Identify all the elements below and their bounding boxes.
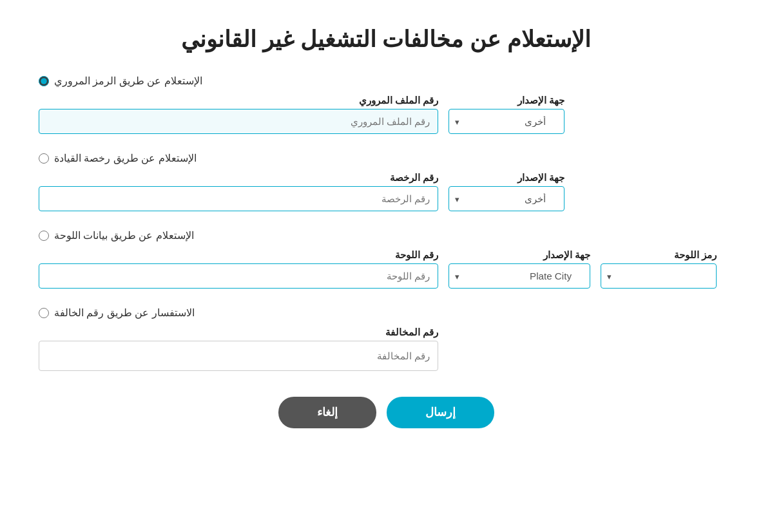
section2-issuer-label: جهة الإصدار xyxy=(449,172,565,184)
section2-issuer-group: جهة الإصدار أخرى ▾ xyxy=(449,172,565,211)
radio-driving-license[interactable] xyxy=(39,153,49,164)
section2-issuer-select[interactable]: أخرى xyxy=(449,186,565,211)
section1-file-label: رقم الملف المروري xyxy=(39,95,438,106)
section1-file-number-group: رقم الملف المروري xyxy=(39,95,438,134)
section3-issuer-group: جهة الإصدار Plate City ▾ xyxy=(449,249,590,289)
section3-plate-code-label: رمز اللوحة xyxy=(601,249,717,261)
action-buttons: إرسال إلغاء xyxy=(39,397,733,428)
section4-violation-label: رقم المخالفة xyxy=(39,327,438,338)
radio2-label: الإستعلام عن طريق رخصة القيادة xyxy=(54,152,197,164)
section4-violation-input[interactable] xyxy=(39,341,438,371)
section2-license-label: رقم الرخصة xyxy=(39,172,438,184)
section2-license-number-group: رقم الرخصة xyxy=(39,172,438,211)
section1-issuer-select[interactable]: أخرى xyxy=(449,109,565,134)
section-violation-number: الاستفسار عن طريق رقم الخالفة رقم المخال… xyxy=(39,307,733,371)
section1-issuer-group: جهة الإصدار أخرى ▾ xyxy=(449,95,565,134)
submit-button[interactable]: إرسال xyxy=(387,397,494,428)
section-traffic-code: الإستعلام عن طريق الرمز المروري جهة الإص… xyxy=(39,75,733,134)
section2-license-input[interactable] xyxy=(39,186,438,211)
section3-plate-code-select-wrapper: ▾ xyxy=(601,263,717,289)
radio1-label: الإستعلام عن طريق الرمز المروري xyxy=(54,75,202,87)
section3-plate-code-select[interactable] xyxy=(601,263,717,289)
section1-file-input[interactable] xyxy=(39,109,438,134)
section3-issuer-select[interactable]: Plate City xyxy=(449,263,590,289)
section3-plate-input[interactable] xyxy=(39,263,438,289)
section4-fields: رقم المخالفة xyxy=(39,327,733,371)
section3-issuer-label: جهة الإصدار xyxy=(449,249,590,261)
page-title: الإستعلام عن مخالفات التشغيل غير القانون… xyxy=(39,26,733,52)
section1-issuer-label: جهة الإصدار xyxy=(449,95,565,106)
section4-violation-group: رقم المخالفة xyxy=(39,327,438,371)
section1-issuer-select-wrapper: أخرى ▾ xyxy=(449,109,565,134)
radio-plate-data[interactable] xyxy=(39,231,49,241)
section-driving-license: الإستعلام عن طريق رخصة القيادة جهة الإصد… xyxy=(39,152,733,211)
radio4-label: الاستفسار عن طريق رقم الخالفة xyxy=(54,307,195,319)
section3-issuer-select-wrapper: Plate City ▾ xyxy=(449,263,590,289)
radio-violation-number[interactable] xyxy=(39,308,49,318)
section3-plate-code-group: رمز اللوحة ▾ xyxy=(601,249,717,289)
section2-issuer-select-wrapper: أخرى ▾ xyxy=(449,186,565,211)
section2-fields: جهة الإصدار أخرى ▾ رقم الرخصة xyxy=(39,172,733,211)
section1-fields: جهة الإصدار أخرى ▾ رقم الملف المروري xyxy=(39,95,733,134)
cancel-button[interactable]: إلغاء xyxy=(278,397,376,428)
section3-plate-label: رقم اللوحة xyxy=(39,249,438,261)
radio3-label: الإستعلام عن طريق بيانات اللوحة xyxy=(54,229,194,242)
section3-fields: رمز اللوحة ▾ جهة الإصدار Plate City ▾ رق… xyxy=(39,249,733,289)
section3-plate-number-group: رقم اللوحة xyxy=(39,249,438,289)
section-plate-data: الإستعلام عن طريق بيانات اللوحة رمز اللو… xyxy=(39,229,733,289)
radio-traffic-code[interactable] xyxy=(39,76,49,86)
